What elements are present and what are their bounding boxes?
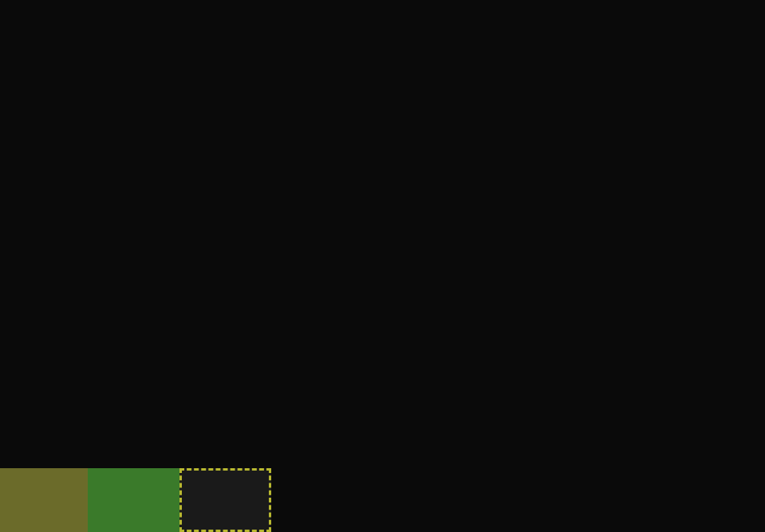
legend-possible bbox=[179, 468, 271, 532]
weather-map bbox=[0, 0, 765, 532]
map-canvas bbox=[0, 0, 765, 532]
legend-bar bbox=[0, 468, 271, 532]
legend-moderate bbox=[88, 468, 179, 532]
legend-light bbox=[0, 468, 88, 532]
